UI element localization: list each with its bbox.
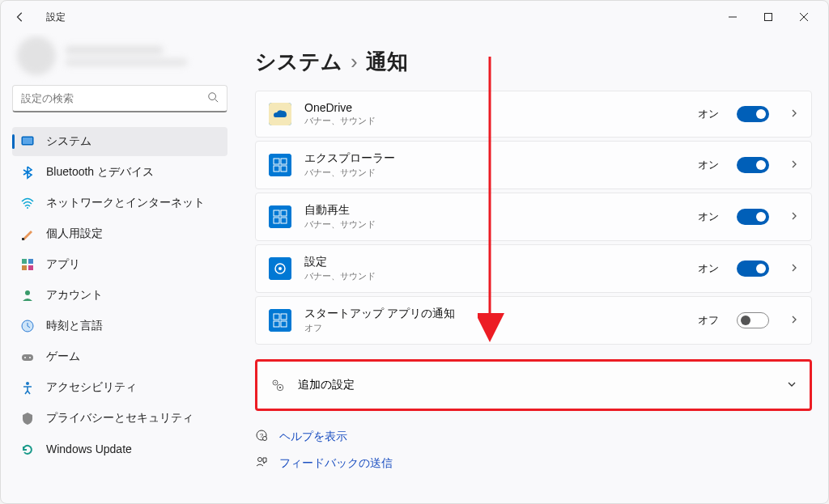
app-row-1[interactable]: エクスプローラーバナー、サウンドオン [255,141,812,189]
time-icon [20,319,35,333]
app-name: 設定 [304,255,685,269]
nav-label: アプリ [46,257,80,272]
svg-rect-1 [765,14,772,21]
chevron-right-icon [790,315,798,326]
toggle-switch[interactable] [737,209,769,225]
nav-label: 時刻と言語 [46,319,103,333]
toggle-switch[interactable] [737,260,769,277]
nav-update[interactable]: Windows Update [12,434,227,464]
nav-time[interactable]: 時刻と言語 [12,311,227,341]
titlebar: 設定 [1,1,828,33]
network-icon [20,196,35,210]
nav-label: Windows Update [46,443,132,455]
nav-privacy[interactable]: プライバシーとセキュリティ [12,404,227,433]
apps-icon [20,257,35,272]
app-row-0[interactable]: OneDriveバナー、サウンドオン [255,91,812,138]
svg-rect-5 [23,138,32,144]
svg-rect-14 [22,354,33,361]
svg-point-43 [263,437,267,441]
chevron-right-icon: › [351,49,358,74]
personalize-icon [20,227,35,241]
app-row-2[interactable]: 自動再生バナー、サウンドオン [255,193,812,241]
nav-accessibility[interactable]: アクセシビリティ [12,373,227,402]
help-link[interactable]: ? ヘルプを表示 [255,429,812,444]
app-sub: オフ [304,322,685,334]
toggle-state: オン [698,210,719,224]
feedback-link[interactable]: フィードバックの送信 [255,455,812,471]
sidebar: システムBluetooth とデバイスネットワークとインターネット個人用設定アプ… [1,33,236,503]
toggle-switch[interactable] [737,106,769,122]
back-button[interactable] [7,4,33,30]
toggle-switch[interactable] [737,157,769,173]
minimize-button[interactable] [715,4,750,30]
user-profile[interactable] [12,33,227,85]
app-name: OneDrive [304,101,685,114]
accessibility-icon [20,380,35,395]
nav-label: プライバシーとセキュリティ [46,411,193,426]
system-icon [20,134,35,149]
nav-personalize[interactable]: 個人用設定 [12,219,227,248]
app-icon [269,154,291,176]
nav-label: ネットワークとインターネット [46,196,205,210]
svg-point-15 [24,357,26,358]
expander-label: 追加の設定 [298,378,355,392]
window-title: 設定 [46,11,66,24]
app-icon [269,257,291,280]
nav-network[interactable]: ネットワークとインターネット [12,188,227,218]
nav-account[interactable]: アカウント [12,281,227,310]
additional-settings-expander[interactable]: 追加の設定 [255,359,812,411]
svg-rect-32 [269,309,291,332]
app-name: 自動再生 [304,203,685,218]
svg-point-6 [27,207,28,209]
nav-label: Bluetooth とデバイス [46,165,154,180]
search-input[interactable] [21,92,207,104]
app-row-3[interactable]: 設定バナー、サウンドオン [255,244,812,293]
svg-rect-19 [269,154,291,176]
bluetooth-icon [20,165,35,180]
svg-rect-7 [22,238,24,240]
app-sub: バナー、サウンド [304,270,685,282]
app-icon [269,103,291,125]
nav-label: アカウント [46,288,103,303]
app-icon [269,205,291,228]
app-sub: バナー、サウンド [304,115,685,127]
nav-bluetooth[interactable]: Bluetooth とデバイス [12,158,227,187]
gears-icon [270,378,285,392]
feedback-icon [255,455,270,471]
app-sub: バナー、サウンド [304,167,685,179]
svg-point-39 [274,382,276,383]
update-icon [20,442,35,456]
svg-point-12 [25,290,30,295]
breadcrumb-parent[interactable]: システム [255,48,342,76]
breadcrumb-current: 通知 [366,48,408,76]
svg-point-16 [29,357,31,358]
main-content: システム › 通知 OneDriveバナー、サウンドオンエクスプローラーバナー、… [236,33,828,503]
chevron-down-icon [787,379,797,392]
app-row-4[interactable]: スタートアップ アプリの通知オフオフ [255,296,812,345]
svg-point-44 [258,458,262,462]
toggle-state: オン [698,158,719,172]
nav-label: ゲーム [46,349,80,364]
svg-rect-10 [22,265,27,270]
svg-rect-11 [28,265,33,270]
toggle-switch[interactable] [737,312,769,328]
help-icon: ? [255,429,270,444]
chevron-right-icon [790,211,798,222]
chevron-right-icon [790,108,798,120]
nav-gaming[interactable]: ゲーム [12,342,227,371]
app-name: スタートアップ アプリの通知 [304,307,685,321]
search-box[interactable] [12,85,227,112]
search-icon [207,91,219,106]
nav-system[interactable]: システム [12,127,227,156]
nav-label: システム [46,134,91,149]
nav-apps[interactable]: アプリ [12,250,227,279]
app-name: エクスプローラー [304,151,685,166]
app-icon [269,309,291,332]
toggle-state: オン [698,107,719,121]
breadcrumb: システム › 通知 [255,48,812,76]
svg-rect-9 [28,259,33,264]
maximize-button[interactable] [750,4,786,30]
close-button[interactable] [786,4,822,30]
svg-point-17 [26,382,29,385]
svg-point-2 [209,92,216,100]
